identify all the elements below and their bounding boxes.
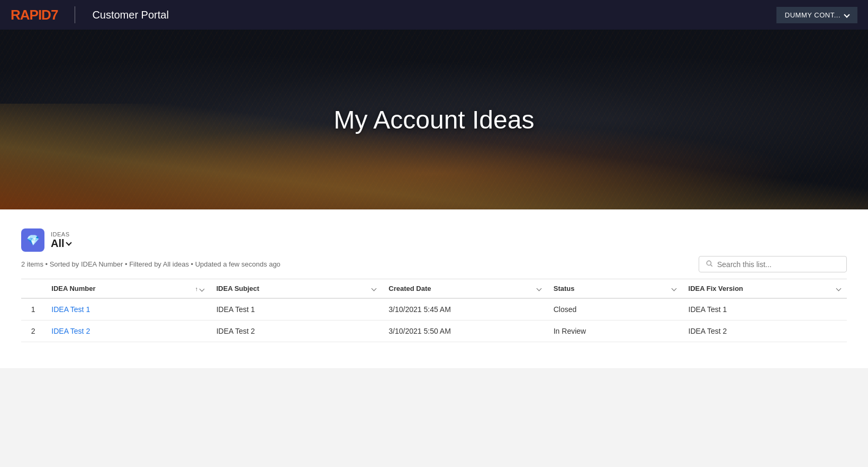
content-area: 💎 IDEAs All 2 items • Sorted by IDEA Num…	[0, 209, 868, 368]
cell-idea-subject-2: IDEA Test 2	[210, 321, 383, 342]
search-icon	[706, 260, 713, 269]
cell-status-2: In Review	[547, 321, 682, 342]
ideas-table: IDEA Number ↑ IDEA Subject C	[21, 279, 847, 342]
logo-accent: 7	[51, 7, 58, 23]
th-date-chevron-icon	[536, 286, 541, 291]
svg-line-1	[711, 265, 712, 267]
ideas-icon: 💎	[21, 228, 44, 252]
th-created-date[interactable]: Created Date	[382, 279, 547, 299]
list-meta-text: 2 items • Sorted by IDEA Number • Filter…	[21, 260, 281, 268]
table-header: IDEA Number ↑ IDEA Subject C	[21, 279, 847, 299]
th-idea-subject[interactable]: IDEA Subject	[210, 279, 383, 299]
list-meta-row: 2 items • Sorted by IDEA Number • Filter…	[21, 256, 847, 272]
th-fix-version[interactable]: IDEA Fix Version	[682, 279, 847, 299]
th-idea-subject-label: IDEA Subject	[216, 285, 259, 292]
th-chevron-icon	[199, 287, 204, 292]
user-menu-label: DUMMY CONT...	[785, 11, 840, 19]
sort-up-icon: ↑	[195, 286, 198, 292]
user-menu-button[interactable]: DUMMY CONT...	[776, 7, 857, 23]
svg-point-0	[707, 261, 711, 265]
th-row-num	[21, 279, 45, 299]
cell-idea-subject-1: IDEA Test 1	[210, 298, 383, 321]
cell-created-date-2: 3/10/2021 5:50 AM	[382, 321, 547, 342]
table-row: 2 IDEA Test 2 IDEA Test 2 3/10/2021 5:50…	[21, 321, 847, 342]
portal-title: Customer Portal	[92, 9, 169, 21]
hero-banner: My Account Ideas	[0, 30, 868, 209]
logo: RAPID7	[11, 7, 58, 23]
header-divider	[75, 6, 75, 23]
th-idea-number[interactable]: IDEA Number ↑	[45, 279, 210, 299]
chevron-down-icon	[844, 12, 849, 17]
th-status-label: Status	[554, 285, 575, 292]
th-fix-chevron-icon	[836, 286, 842, 291]
filter-chevron-icon	[66, 240, 71, 245]
row-num-2: 2	[21, 321, 45, 342]
th-status[interactable]: Status	[547, 279, 682, 299]
ideas-label-area: IDEAs All	[51, 231, 71, 250]
ideas-small-label: IDEAs	[51, 231, 71, 237]
ideas-filter-button[interactable]: All	[51, 237, 71, 250]
th-idea-number-label: IDEA Number	[51, 285, 95, 292]
th-subject-chevron-icon	[372, 286, 377, 291]
header-right: DUMMY CONT...	[776, 7, 857, 23]
search-box[interactable]	[699, 256, 847, 272]
cell-status-1: Closed	[547, 298, 682, 321]
cell-idea-number-2: IDEA Test 2	[45, 321, 210, 342]
ideas-section-header: 💎 IDEAs All	[21, 228, 847, 252]
hero-title: My Account Ideas	[334, 105, 535, 134]
th-status-chevron-icon	[671, 286, 676, 291]
cell-fix-version-1: IDEA Test 1	[682, 298, 847, 321]
logo-area: RAPID7 Customer Portal	[11, 6, 169, 23]
th-created-date-label: Created Date	[388, 285, 431, 292]
cell-created-date-1: 3/10/2021 5:45 AM	[382, 298, 547, 321]
logo-rapid: RAPID	[11, 7, 51, 23]
idea-number-link-2[interactable]: IDEA Test 2	[51, 327, 90, 335]
cell-idea-number-1: IDEA Test 1	[45, 298, 210, 321]
th-fix-version-label: IDEA Fix Version	[689, 285, 744, 292]
row-num-1: 1	[21, 298, 45, 321]
table-body: 1 IDEA Test 1 IDEA Test 1 3/10/2021 5:45…	[21, 298, 847, 342]
idea-number-link-1[interactable]: IDEA Test 1	[51, 305, 90, 314]
main-header: RAPID7 Customer Portal DUMMY CONT...	[0, 0, 868, 30]
table-row: 1 IDEA Test 1 IDEA Test 1 3/10/2021 5:45…	[21, 298, 847, 321]
diamond-icon: 💎	[26, 234, 40, 246]
cell-fix-version-2: IDEA Test 2	[682, 321, 847, 342]
ideas-filter-label: All	[51, 237, 65, 250]
search-input[interactable]	[717, 260, 840, 269]
